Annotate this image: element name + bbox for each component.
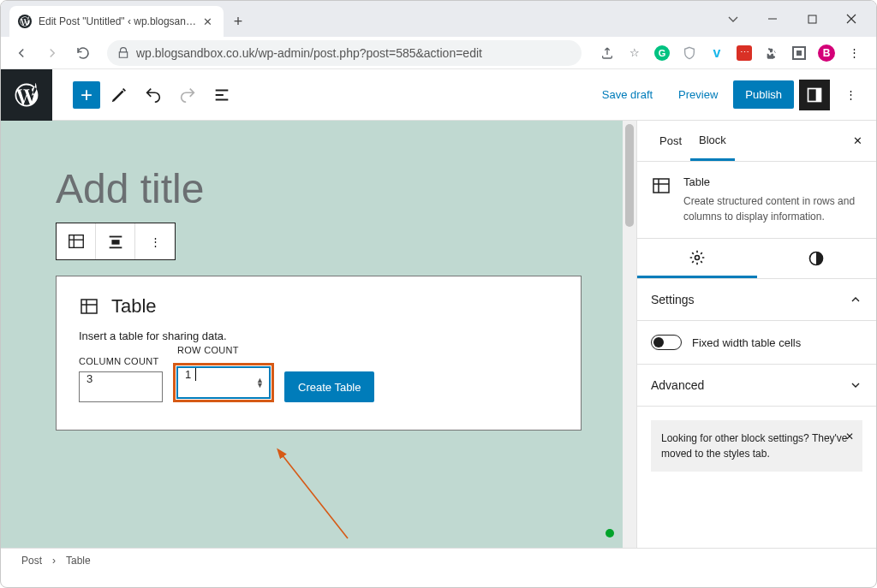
block-breadcrumb: Post › Table	[1, 548, 876, 572]
align-icon[interactable]	[96, 223, 135, 259]
forward-button[interactable]	[39, 39, 66, 67]
sidebar-tab-block[interactable]: Block	[690, 122, 735, 161]
sidebar-tab-post[interactable]: Post	[651, 122, 690, 159]
options-menu-icon[interactable]: ⋮	[835, 80, 866, 110]
svg-point-19	[695, 255, 699, 259]
dismiss-hint-icon[interactable]: ✕	[845, 429, 854, 444]
add-block-button[interactable]: +	[73, 81, 100, 109]
table-block-heading: Table	[111, 295, 157, 318]
table-placeholder-block: Table Insert a table for sharing data. C…	[56, 276, 582, 431]
row-count-label: ROW COUNT	[177, 345, 239, 355]
settings-sidebar: Post Block ✕ Table Create structured con…	[636, 121, 876, 572]
extensions-puzzle-icon[interactable]	[761, 43, 782, 63]
post-title-input[interactable]: Add title	[56, 165, 582, 212]
editor-top-toolbar: + Save draft Preview Publish ⋮	[1, 69, 876, 121]
canvas-scrollbar[interactable]	[623, 121, 636, 572]
back-button[interactable]	[8, 39, 35, 67]
redo-button	[172, 80, 203, 110]
column-count-input[interactable]: 3	[79, 371, 163, 402]
browser-menu-icon[interactable]: ⋮	[844, 43, 864, 63]
sidebar-block-description: Create structured content in rows and co…	[683, 193, 862, 224]
breadcrumb-separator-icon: ›	[52, 555, 56, 567]
tab-close-icon[interactable]: ✕	[201, 15, 215, 28]
editor-canvas[interactable]: Add title ⋮ Table Insert a table for s	[1, 121, 636, 572]
sidebar-close-icon[interactable]: ✕	[853, 134, 862, 147]
svg-rect-12	[81, 300, 97, 313]
block-toolbar: ⋮	[56, 223, 176, 260]
breadcrumb-current[interactable]: Table	[66, 555, 91, 567]
browser-tab[interactable]: Edit Post "Untitled" ‹ wp.blogsan… ✕	[9, 6, 224, 37]
profile-avatar[interactable]: B	[816, 43, 837, 63]
bookmark-star-icon[interactable]: ☆	[624, 43, 645, 63]
sidebar-block-name: Table	[683, 175, 862, 188]
reload-button[interactable]	[69, 39, 97, 67]
settings-sidebar-toggle[interactable]	[799, 80, 830, 110]
block-type-icon[interactable]	[57, 223, 96, 259]
wordpress-logo[interactable]	[1, 69, 52, 121]
fixed-width-toggle[interactable]	[651, 335, 682, 350]
fixed-width-label: Fixed width table cells	[692, 336, 801, 349]
share-icon[interactable]	[597, 43, 617, 63]
extension-vimeo-icon[interactable]: v	[707, 43, 727, 63]
create-table-button[interactable]: Create Table	[284, 371, 374, 402]
number-spinner-icon[interactable]: ▲▼	[256, 377, 264, 388]
tab-title: Edit Post "Untitled" ‹ wp.blogsan…	[39, 15, 196, 27]
tools-pencil-icon[interactable]	[104, 80, 134, 110]
undo-button[interactable]	[138, 80, 169, 110]
svg-rect-6	[69, 235, 83, 248]
annotation-highlight: ROW COUNT 1 ▲▼	[173, 363, 274, 402]
window-minimize-icon[interactable]	[753, 5, 792, 33]
column-count-label: COLUMN COUNT	[79, 356, 163, 366]
url-text: wp.blogsandbox.co.uk/wp-admin/post.php?p…	[136, 46, 482, 60]
url-bar[interactable]: wp.blogsandbox.co.uk/wp-admin/post.php?p…	[107, 40, 582, 66]
svg-rect-10	[111, 240, 119, 245]
row-count-input[interactable]: 1 ▲▼	[177, 367, 270, 398]
block-options-icon[interactable]: ⋮	[135, 223, 175, 259]
chevron-up-icon	[849, 293, 862, 306]
svg-rect-1	[808, 15, 816, 23]
chevron-down-icon	[849, 378, 862, 392]
sidebar-block-icon	[651, 175, 671, 224]
svg-rect-3	[796, 50, 802, 56]
table-icon	[79, 296, 99, 317]
browser-titlebar: Edit Post "Untitled" ‹ wp.blogsan… ✕ +	[1, 1, 876, 37]
advanced-panel-header[interactable]: Advanced	[637, 365, 876, 407]
preview-button[interactable]: Preview	[668, 81, 728, 108]
document-outline-icon[interactable]	[206, 80, 237, 110]
sidebar-subtab-styles[interactable]	[757, 239, 877, 278]
sidebar-subtab-settings[interactable]	[637, 239, 757, 278]
window-close-icon[interactable]	[832, 5, 871, 33]
extension-red-icon[interactable]: ⋯	[734, 43, 755, 63]
window-dropdown-icon[interactable]	[713, 5, 753, 33]
window-maximize-icon[interactable]	[792, 5, 832, 33]
lock-icon	[117, 47, 129, 59]
wordpress-favicon	[18, 15, 32, 28]
extension-shield-icon[interactable]	[679, 43, 700, 63]
table-block-description: Insert a table for sharing data.	[79, 330, 558, 342]
extension-grammarly-icon[interactable]: G	[652, 43, 672, 63]
new-tab-button[interactable]: +	[224, 1, 253, 37]
publish-button[interactable]: Publish	[733, 80, 794, 109]
styles-hint-notice: Looking for other block settings? They'v…	[651, 420, 862, 472]
svg-rect-16	[653, 179, 669, 193]
svg-rect-5	[816, 88, 821, 101]
browser-address-bar: wp.blogsandbox.co.uk/wp-admin/post.php?p…	[1, 37, 876, 69]
breadcrumb-root[interactable]: Post	[21, 555, 42, 567]
save-draft-button[interactable]: Save draft	[592, 81, 663, 108]
settings-panel-header[interactable]: Settings	[637, 279, 876, 321]
extension-box-icon[interactable]	[789, 43, 809, 63]
grammarly-indicator-icon[interactable]	[606, 529, 614, 538]
